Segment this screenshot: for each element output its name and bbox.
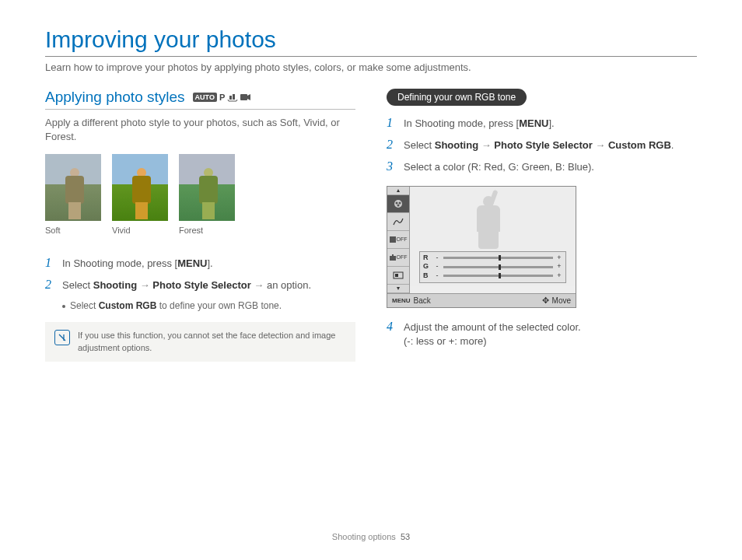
section-rule (45, 109, 355, 110)
rgb-pill: Defining your own RGB tone (387, 89, 527, 106)
t: an option. (267, 279, 311, 291)
note-text: If you use this function, you cannot set… (78, 330, 346, 354)
left-column: Applying photo styles AUTO P Apply a dif… (45, 89, 355, 362)
mode-dis-icon (227, 93, 238, 102)
t: Shooting (93, 279, 137, 291)
mode-icons: AUTO P (193, 93, 252, 102)
lcd-footer: MENUBack ✥Move (387, 293, 576, 307)
step-number: 4 (387, 320, 397, 348)
t: to define your own RGB tone. (156, 300, 282, 311)
svg-point-6 (397, 204, 400, 206)
g-label: G (423, 262, 431, 271)
right-step-2: 2 Select Shooting → Photo Style Selector… (387, 138, 697, 152)
t: Photo Style Selector (152, 279, 250, 291)
menu-icon: MENU (392, 297, 411, 304)
menu-label: MENU (177, 257, 207, 269)
rgb-row-r: R-+ (423, 254, 562, 263)
t: Select (62, 279, 93, 291)
rgb-slider-panel: R-+ G-+ B-+ (419, 251, 566, 283)
step-number: 3 (387, 160, 397, 174)
chevron-up-icon: ▴ (387, 187, 409, 195)
right-column: Defining your own RGB tone 1 In Shooting… (387, 89, 697, 362)
section-desc: Apply a different photo style to your ph… (45, 116, 355, 143)
svg-rect-11 (395, 274, 398, 277)
thumb-vivid: Vivid (112, 154, 168, 235)
mode-video-icon (240, 93, 251, 101)
lcd-side-item: OFF (387, 249, 409, 267)
lcd-side-item (387, 267, 409, 285)
arrow-icon: → (478, 139, 494, 151)
step-number: 2 (45, 278, 56, 292)
section-heading-applying: Applying photo styles (45, 89, 185, 106)
svg-rect-1 (233, 94, 235, 100)
rgb-row-g: G-+ (423, 262, 562, 271)
arrow-icon: → (593, 139, 608, 151)
t: (-: less or +: more) (404, 335, 487, 347)
t: Select (70, 300, 99, 311)
t: Photo Style Selector (494, 139, 592, 151)
svg-point-4 (396, 201, 398, 204)
thumb-image-soft (45, 154, 101, 221)
arrow-icon: → (137, 279, 152, 291)
left-step-1: 1 In Shooting mode, press [MENU]. (45, 257, 355, 271)
right-step-1: 1 In Shooting mode, press [MENU]. (387, 117, 697, 131)
step-number: 1 (45, 257, 56, 271)
lcd-sidebar: ▴ OFF OFF ▾ (387, 187, 410, 293)
lcd-side-item (387, 195, 409, 213)
svg-point-5 (399, 201, 401, 204)
t: Custom RGB (99, 300, 157, 311)
right-steps-2: 4 Adjust the amount of the selected colo… (387, 320, 697, 348)
left-step-2: 2 Select Shooting → Photo Style Selector… (45, 278, 355, 292)
step-number: 1 (387, 117, 397, 131)
b-label: B (423, 271, 431, 281)
left-steps: 1 In Shooting mode, press [MENU]. 2 Sele… (45, 257, 355, 292)
mode-p-icon: P (219, 93, 225, 102)
t: Select a color (R: Red, G: Green, B: Blu… (404, 160, 594, 174)
intro-text: Learn how to improve your photos by appl… (45, 61, 697, 73)
t: Shooting (435, 139, 478, 151)
lcd-main: R-+ G-+ B-+ (410, 187, 576, 286)
chevron-down-icon: ▾ (387, 285, 409, 293)
t: . (671, 139, 674, 151)
rgb-row-b: B-+ (423, 271, 562, 281)
thumb-label: Vivid (112, 226, 168, 235)
t: ]. (207, 257, 212, 269)
thumb-soft: Soft (45, 154, 101, 235)
t: In Shooting mode, press [ (62, 257, 177, 269)
t: Select (404, 139, 435, 151)
t: Custom RGB (608, 139, 671, 151)
move-label: Move (552, 296, 571, 305)
footer-page: 53 (401, 532, 410, 541)
step-number: 2 (387, 138, 397, 152)
r-label: R (423, 254, 431, 263)
silhouette-icon (457, 190, 519, 249)
left-substep: Select Custom RGB to define your own RGB… (62, 300, 355, 311)
page-title: Improving your photos (45, 26, 697, 53)
t: In Shooting mode, press [ (404, 117, 519, 129)
lcd-screen: ▴ OFF OFF ▾ R-+ G-+ (387, 186, 576, 308)
thumb-forest: Forest (179, 154, 235, 235)
note-icon (54, 330, 70, 345)
svg-rect-2 (240, 94, 247, 100)
lcd-side-item: OFF (387, 231, 409, 249)
t: Adjust the amount of the selected color. (404, 321, 581, 333)
lcd-side-item (387, 213, 409, 231)
page-footer: Shooting options 53 (0, 532, 742, 541)
svg-rect-9 (392, 254, 394, 257)
arrow-icon: → (251, 279, 267, 291)
note-box: If you use this function, you cannot set… (45, 322, 355, 362)
right-step-4: 4 Adjust the amount of the selected colo… (387, 320, 697, 348)
right-steps: 1 In Shooting mode, press [MENU]. 2 Sele… (387, 117, 697, 175)
move-icon: ✥ (542, 296, 549, 306)
back-label: Back (414, 296, 431, 305)
menu-label: MENU (519, 117, 548, 129)
svg-rect-0 (229, 96, 232, 100)
thumb-image-forest (179, 154, 235, 221)
footer-section: Shooting options (332, 532, 396, 541)
bullet-icon (62, 305, 65, 308)
right-step-3: 3 Select a color (R: Red, G: Green, B: B… (387, 160, 697, 174)
thumb-image-vivid (112, 154, 168, 221)
thumbnail-row: Soft Vivid Forest (45, 154, 355, 235)
t: ]. (548, 117, 554, 129)
mode-auto-icon: AUTO (193, 93, 217, 102)
